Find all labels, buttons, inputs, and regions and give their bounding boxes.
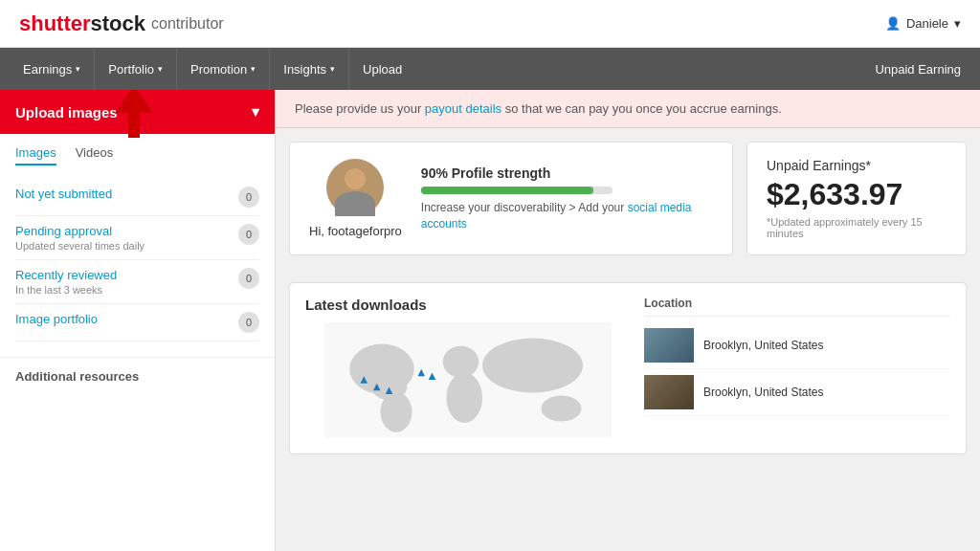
logo-text: shutterstock (19, 11, 145, 36)
image-portfolio-count: 0 (238, 312, 259, 333)
additional-resources: Additional resources (0, 357, 275, 395)
recently-reviewed-sub: In the last 3 weeks (15, 284, 117, 296)
image-portfolio-link[interactable]: Image portfolio (15, 312, 98, 326)
strength-bar-bg (421, 187, 612, 194)
profile-greeting: Hi, footageforpro (309, 224, 402, 238)
nav-label-insights: Insights (283, 62, 326, 77)
avatar (326, 159, 384, 216)
nav-left: Earnings ▾ Portfolio ▾ Promotion ▾ Insig… (10, 48, 415, 90)
top-header: shutterstock contributor 👤 Daniele ▾ (0, 0, 980, 48)
user-menu[interactable]: 👤 Daniele ▾ (885, 16, 961, 31)
upload-images-button[interactable]: Upload images ▾ (0, 90, 275, 134)
nav-label-earnings: Earnings (23, 62, 72, 77)
download-location: Brooklyn, United States (703, 339, 823, 352)
pending-link[interactable]: Pending approval (15, 224, 145, 238)
nav-item-earnings[interactable]: Earnings ▾ (10, 48, 95, 90)
download-item: Brooklyn, United States (644, 322, 950, 369)
main-layout: Upload images ▾ Images Videos Not yet su… (0, 90, 980, 551)
pending-sub: Updated several times daily (15, 240, 145, 252)
sidebar-item-not-submitted: Not yet submitted 0 (15, 179, 259, 216)
nav-item-upload[interactable]: Upload (349, 48, 415, 90)
svg-point-4 (443, 346, 479, 378)
chevron-down-icon: ▾ (330, 64, 335, 74)
strength-bar-fill (421, 187, 593, 194)
alert-bar: Please provide us your payout details so… (276, 90, 980, 128)
strength-desc-before: Increase your discoverability > Add your (421, 201, 628, 214)
tab-images[interactable]: Images (15, 145, 56, 165)
logo-black: stock (91, 11, 145, 35)
download-thumbnail (644, 375, 694, 409)
chevron-down-icon: ▾ (954, 16, 961, 31)
sidebar-item-recently-reviewed: Recently reviewed In the last 3 weeks 0 (15, 260, 259, 304)
alert-text-before: Please provide us your (295, 101, 425, 116)
strength-desc: Increase your discoverability > Add your… (421, 200, 713, 232)
content-inner: Hi, footageforpro 90% Profile strength I… (276, 128, 980, 468)
sidebar: Upload images ▾ Images Videos Not yet su… (0, 90, 276, 551)
chevron-down-icon: ▾ (251, 64, 256, 74)
user-icon: 👤 (885, 16, 901, 31)
nav-bar: Earnings ▾ Portfolio ▾ Promotion ▾ Insig… (0, 48, 980, 90)
strength-label: 90% Profile strength (421, 165, 713, 181)
svg-point-5 (447, 373, 483, 424)
downloads-list: Location Brooklyn, United States Brookly… (644, 297, 950, 440)
sidebar-tabs: Images Videos (0, 134, 275, 173)
chevron-down-icon: ▾ (76, 64, 80, 74)
nav-item-insights[interactable]: Insights ▾ (270, 48, 349, 90)
upload-images-label: Upload images (15, 104, 118, 121)
recently-reviewed-count: 0 (238, 268, 259, 289)
downloads-map: Latest downloads (305, 297, 631, 440)
downloads-title: Latest downloads (305, 297, 631, 313)
tab-videos[interactable]: Videos (76, 145, 114, 165)
logo-contributor: contributor (151, 15, 224, 33)
svg-point-7 (542, 396, 582, 422)
logo: shutterstock contributor (19, 11, 224, 36)
world-map (305, 322, 631, 437)
content-area: Please provide us your payout details so… (276, 90, 980, 551)
sidebar-item-portfolio: Image portfolio 0 (15, 304, 259, 342)
earnings-title: Unpaid Earnings* (767, 158, 947, 173)
not-submitted-count: 0 (238, 187, 259, 208)
sidebar-section: Not yet submitted 0 Pending approval Upd… (0, 173, 275, 347)
earnings-note: *Updated approximately every 15 minutes (767, 216, 947, 239)
chevron-down-icon: ▾ (158, 64, 163, 74)
alert-text-after: so that we can pay you once you accrue e… (501, 101, 782, 116)
nav-label-portfolio: Portfolio (108, 62, 154, 77)
downloads-section: Latest downloads (289, 282, 967, 454)
chevron-down-icon: ▾ (252, 103, 259, 121)
svg-point-6 (482, 339, 583, 393)
pending-count: 0 (238, 224, 259, 245)
earnings-card: Unpaid Earnings* $2,633.97 *Updated appr… (746, 142, 967, 255)
not-submitted-link[interactable]: Not yet submitted (15, 187, 112, 201)
logo-red: shutter (19, 11, 91, 35)
payout-details-link[interactable]: payout details (425, 101, 501, 116)
profile-card: Hi, footageforpro 90% Profile strength I… (289, 142, 733, 255)
download-item: Brooklyn, United States (644, 369, 950, 416)
sidebar-item-pending: Pending approval Updated several times d… (15, 216, 259, 260)
recently-reviewed-link[interactable]: Recently reviewed (15, 268, 117, 282)
upload-arrow-area: Upload images ▾ (0, 90, 275, 134)
nav-item-promotion[interactable]: Promotion ▾ (177, 48, 270, 90)
download-location: Brooklyn, United States (703, 386, 823, 399)
nav-unpaid-earning: Unpaid Earning (875, 62, 970, 77)
downloads-list-header: Location (644, 297, 950, 317)
nav-item-portfolio[interactable]: Portfolio ▾ (95, 48, 177, 90)
profile-strength-area: 90% Profile strength Increase your disco… (421, 165, 713, 232)
download-thumbnail (644, 328, 694, 363)
top-cards: Hi, footageforpro 90% Profile strength I… (289, 142, 967, 269)
user-name: Daniele (906, 16, 948, 31)
nav-label-upload: Upload (363, 62, 402, 77)
nav-label-promotion: Promotion (190, 62, 247, 77)
avatar-area: Hi, footageforpro (309, 159, 402, 238)
earnings-amount: $2,633.97 (767, 177, 947, 212)
svg-point-3 (381, 392, 412, 432)
